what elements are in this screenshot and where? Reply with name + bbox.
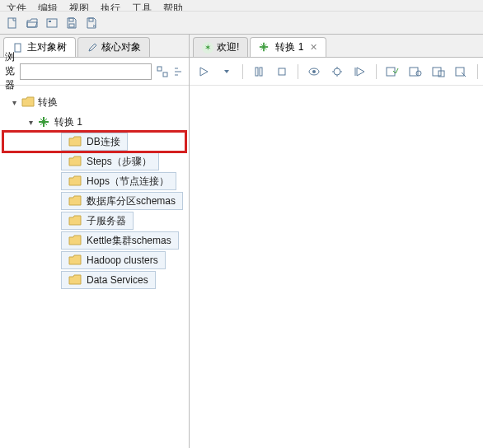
svg-rect-3 xyxy=(69,18,73,21)
menu-view[interactable]: 视图 xyxy=(69,2,89,9)
folder-icon xyxy=(68,215,82,226)
stop-icon[interactable] xyxy=(274,64,289,79)
tree-label: Kettle集群schemas xyxy=(87,234,171,248)
menu-run[interactable]: 执行 xyxy=(101,2,120,9)
tree-item-subserver[interactable]: 子服务器 xyxy=(3,211,185,231)
pencil-icon xyxy=(87,42,98,54)
menu-tools[interactable]: 工具 xyxy=(132,2,152,9)
preview-icon[interactable] xyxy=(307,64,321,79)
tree-label: 子服务器 xyxy=(87,214,126,228)
svg-rect-36 xyxy=(456,68,464,76)
tab-label: 主对象树 xyxy=(27,40,67,54)
sidebar: 主对象树 核心对象 浏览器 ▾ 转换 ▾ 转换 1 xyxy=(0,35,190,448)
separator xyxy=(298,64,298,79)
welcome-icon: ✶ xyxy=(202,42,213,54)
svg-rect-5 xyxy=(89,18,93,21)
replay-icon[interactable] xyxy=(353,64,368,79)
collapse-icon[interactable]: ▾ xyxy=(26,118,35,126)
tab-label: 欢迎! xyxy=(217,40,239,54)
tree-label: DB连接 xyxy=(87,135,120,149)
svg-rect-1 xyxy=(47,19,57,27)
tree-label: 数据库分区schemas xyxy=(87,194,176,208)
debug-icon[interactable] xyxy=(330,64,345,79)
collapse-icon[interactable]: ▾ xyxy=(10,98,18,106)
pause-icon[interactable] xyxy=(251,64,266,79)
svg-rect-21 xyxy=(260,68,262,76)
svg-rect-34 xyxy=(433,68,441,76)
explore-db-icon[interactable] xyxy=(454,64,469,79)
open-file-icon[interactable] xyxy=(25,16,40,30)
run-icon[interactable] xyxy=(196,64,211,79)
transformation-icon xyxy=(38,116,51,128)
tab-core-objects[interactable]: 核心对象 xyxy=(77,37,150,57)
menubar: 文件 编辑 视图 执行 工具 帮助 xyxy=(0,0,483,12)
svg-rect-7 xyxy=(157,67,162,71)
transformation-icon xyxy=(259,42,272,54)
tab-label: 转换 1 xyxy=(275,40,303,54)
svg-rect-22 xyxy=(279,68,285,75)
folder-icon xyxy=(68,254,82,266)
tree-item-db-connection[interactable]: DB连接 xyxy=(3,132,185,152)
close-icon[interactable]: ✕ xyxy=(310,42,317,53)
svg-point-24 xyxy=(312,70,316,73)
tab-welcome[interactable]: ✶ 欢迎! xyxy=(193,37,248,57)
tree-label: Data Services xyxy=(87,274,148,286)
search-input[interactable] xyxy=(20,63,152,80)
sql-icon[interactable] xyxy=(431,64,446,79)
tree-label: 转换 1 xyxy=(54,115,82,129)
tree-item-hadoop[interactable]: Hadoop clusters xyxy=(3,250,185,270)
svg-point-25 xyxy=(334,68,340,75)
separator xyxy=(376,64,377,79)
tree-item-hops[interactable]: Hops（节点连接） xyxy=(3,171,185,191)
svg-point-33 xyxy=(416,71,421,76)
content-area: ✶ 欢迎! 转换 1 ✕ 100% xyxy=(190,35,483,448)
folder-icon xyxy=(68,235,82,246)
folder-icon xyxy=(21,96,35,108)
impact-icon[interactable] xyxy=(408,64,423,79)
browser-bar: 浏览器 xyxy=(0,58,189,86)
top-toolbar xyxy=(0,12,483,35)
tree-item-db-schemas[interactable]: 数据库分区schemas xyxy=(3,191,185,211)
save-as-icon[interactable] xyxy=(84,16,99,30)
explore-icon[interactable] xyxy=(45,16,59,30)
new-file-icon[interactable] xyxy=(5,16,20,30)
save-icon[interactable] xyxy=(64,16,79,30)
collapse-all-icon[interactable] xyxy=(173,65,185,78)
folder-icon xyxy=(68,274,82,286)
svg-rect-0 xyxy=(8,18,16,28)
tree-label: Hops（节点连接） xyxy=(87,175,169,189)
tree-item-steps[interactable]: Steps（步骤） xyxy=(3,152,185,171)
tree-label: Steps（步骤） xyxy=(87,155,152,169)
folder-icon xyxy=(68,136,82,147)
run-dropdown-icon[interactable] xyxy=(219,64,234,79)
svg-rect-8 xyxy=(163,72,167,77)
tree-transform-1[interactable]: ▾ 转换 1 xyxy=(3,112,185,132)
tab-label: 核心对象 xyxy=(101,40,141,54)
separator xyxy=(477,64,478,79)
transformation-canvas[interactable] xyxy=(190,86,483,448)
folder-icon xyxy=(68,175,82,187)
tree-label: 转换 xyxy=(38,96,58,110)
sidebar-tabs: 主对象树 核心对象 xyxy=(0,35,189,58)
folder-icon xyxy=(68,195,82,207)
svg-rect-4 xyxy=(69,24,74,27)
expand-all-icon[interactable] xyxy=(157,65,168,78)
separator xyxy=(242,64,243,79)
tab-transform-1[interactable]: 转换 1 ✕ xyxy=(250,37,326,57)
svg-rect-2 xyxy=(49,21,51,22)
folder-icon xyxy=(68,156,82,167)
tree-label: Hadoop clusters xyxy=(87,254,158,266)
tree-item-kettle-schemas[interactable]: Kettle集群schemas xyxy=(3,231,185,250)
content-toolbar: 100% xyxy=(190,58,483,86)
object-tree: ▾ 转换 ▾ 转换 1 DB连接 Steps（步骤） xyxy=(0,86,189,448)
svg-rect-20 xyxy=(256,68,258,76)
content-tabs: ✶ 欢迎! 转换 1 ✕ xyxy=(190,35,483,58)
verify-icon[interactable] xyxy=(385,64,400,79)
menu-help[interactable]: 帮助 xyxy=(163,2,183,9)
menu-edit[interactable]: 编辑 xyxy=(38,2,58,9)
svg-rect-6 xyxy=(15,44,21,52)
tree-root-transforms[interactable]: ▾ 转换 xyxy=(3,92,185,112)
menu-file[interactable]: 文件 xyxy=(7,2,26,9)
tree-item-data-services[interactable]: Data Services xyxy=(3,270,185,290)
